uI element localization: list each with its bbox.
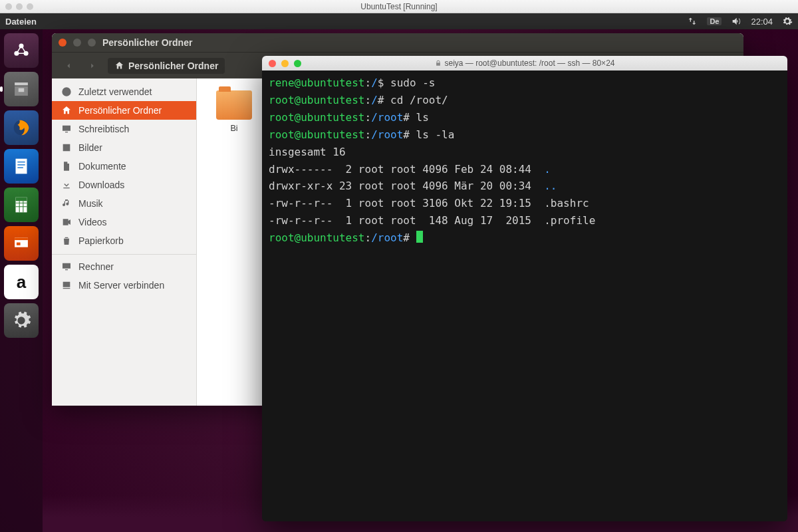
term-min-icon[interactable] [281, 60, 289, 67]
svg-rect-5 [19, 88, 25, 92]
sidebar-item-label: Papierkorb [78, 235, 124, 246]
folder-label: Bi [210, 124, 258, 133]
files-sidebar: Zuletzt verwendetPersönlicher OrdnerSchr… [52, 78, 197, 406]
sidebar-item-downloads[interactable]: Downloads [52, 176, 196, 194]
launcher-firefox[interactable] [4, 110, 39, 145]
sidebar-item-label: Schreibtisch [78, 124, 129, 134]
terminal-title: seiya — root@ubuntutest: /root — ssh — 8… [445, 59, 615, 68]
launcher-impress[interactable] [4, 226, 39, 261]
sidebar-item-videos[interactable]: Videos [52, 213, 196, 231]
computer-icon [61, 261, 72, 272]
folder-item[interactable]: Bi [210, 90, 258, 133]
launcher-dash[interactable] [4, 33, 39, 68]
sidebar-item-label: Zuletzt verwendet [78, 86, 152, 97]
svg-rect-9 [17, 164, 25, 165]
term-max-icon[interactable] [294, 60, 301, 67]
sidebar-item-label: Videos [78, 217, 107, 227]
minimize-icon[interactable] [73, 39, 81, 47]
host-close-icon[interactable] [5, 3, 12, 10]
launcher-writer[interactable] [4, 149, 39, 184]
launcher-amazon[interactable]: a [4, 265, 39, 299]
sidebar-item-label: Rechner [78, 261, 114, 272]
svg-rect-14 [15, 238, 28, 241]
sidebar-item-label: Bilder [78, 142, 102, 153]
videos-icon [61, 217, 72, 227]
maximize-icon[interactable] [88, 39, 96, 47]
trash-icon [61, 235, 72, 246]
sidebar-item-home[interactable]: Persönlicher Ordner [52, 101, 196, 120]
network-icon[interactable] [687, 16, 698, 27]
sidebar-item-label: Musik [78, 198, 103, 209]
term-close-icon[interactable] [269, 60, 276, 67]
sidebar-item-label: Mit Server verbinden [78, 280, 164, 291]
svg-rect-7 [16, 159, 27, 174]
lock-icon [435, 60, 442, 66]
files-titlebar[interactable]: Persönlicher Ordner [52, 33, 743, 52]
svg-point-16 [64, 146, 65, 147]
top-panel: Dateien De 22:04 [0, 13, 798, 29]
forward-button[interactable] [84, 57, 101, 74]
pictures-icon [61, 142, 72, 153]
terminal-cursor [416, 231, 423, 243]
gear-icon[interactable] [782, 16, 793, 27]
downloads-icon [61, 180, 72, 190]
terminal-body[interactable]: rene@ubuntutest:/$ sudo -s root@ubuntute… [262, 70, 787, 521]
launcher-settings[interactable] [4, 303, 39, 338]
clock-icon [61, 86, 72, 97]
launcher-files[interactable] [4, 72, 39, 106]
folder-icon [216, 90, 252, 120]
desktop[interactable]: a Persönlicher Ordner Persönlicher Ordne… [0, 29, 798, 532]
svg-rect-10 [17, 167, 23, 168]
sidebar-item-label: Persönlicher Ordner [78, 105, 162, 116]
keyboard-lang-indicator[interactable]: De [707, 17, 722, 25]
panel-clock[interactable]: 22:04 [751, 17, 773, 27]
sidebar-item-music[interactable]: Musik [52, 194, 196, 213]
sidebar-item-documents[interactable]: Dokumente [52, 157, 196, 176]
music-icon [61, 198, 72, 209]
close-icon[interactable] [59, 39, 66, 47]
host-max-icon[interactable] [27, 3, 33, 10]
host-min-icon[interactable] [16, 3, 23, 10]
panel-app-name[interactable]: Dateien [5, 17, 37, 27]
sidebar-item-trash[interactable]: Papierkorb [52, 231, 196, 250]
vm-host-titlebar: UbuntuTest [Running] [0, 0, 798, 13]
files-title: Persönlicher Ordner [102, 37, 192, 48]
svg-rect-8 [17, 162, 25, 162]
svg-rect-12 [16, 198, 27, 201]
launcher-calc[interactable] [4, 188, 39, 222]
vm-host-title: UbuntuTest [Running] [0, 2, 798, 11]
network-icon [61, 280, 72, 291]
sidebar-item-computer[interactable]: Rechner [52, 254, 196, 276]
sidebar-item-label: Dokumente [78, 161, 126, 172]
desktop-icon [61, 124, 72, 134]
svg-rect-3 [15, 82, 28, 85]
terminal-titlebar[interactable]: seiya — root@ubuntutest: /root — ssh — 8… [262, 56, 787, 70]
sidebar-item-clock[interactable]: Zuletzt verwendet [52, 82, 196, 101]
sidebar-item-pictures[interactable]: Bilder [52, 138, 196, 157]
sidebar-item-network[interactable]: Mit Server verbinden [52, 276, 196, 295]
breadcrumb[interactable]: Persönlicher Ordner [108, 58, 225, 74]
terminal-window[interactable]: seiya — root@ubuntutest: /root — ssh — 8… [262, 56, 787, 521]
volume-icon[interactable] [731, 16, 741, 27]
sidebar-item-label: Downloads [78, 180, 124, 190]
breadcrumb-label: Persönlicher Ordner [128, 61, 218, 71]
back-button[interactable] [60, 57, 77, 74]
home-icon [61, 105, 72, 116]
documents-icon [61, 161, 72, 172]
sidebar-item-desktop[interactable]: Schreibtisch [52, 120, 196, 138]
svg-rect-15 [17, 243, 21, 245]
unity-launcher: a [0, 29, 43, 532]
home-icon [114, 61, 124, 70]
